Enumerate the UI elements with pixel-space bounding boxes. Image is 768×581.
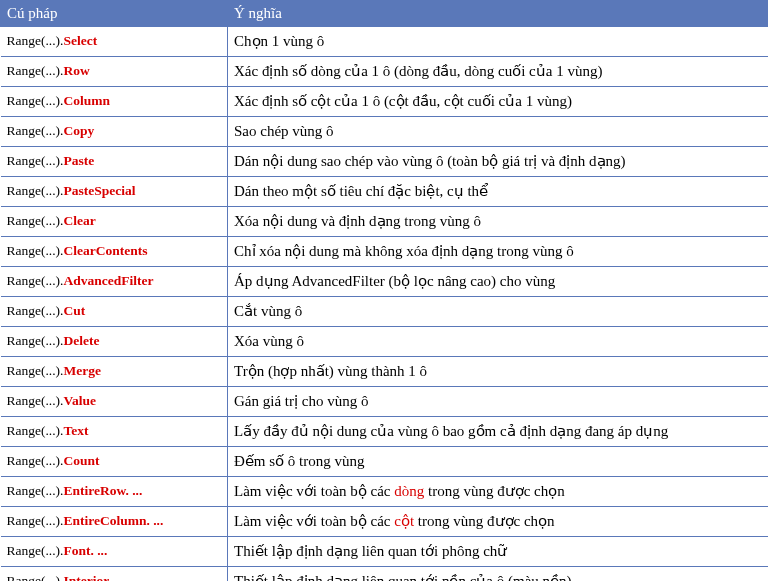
syntax-reference-table: Cú pháp Ý nghĩa Range(...).SelectChọn 1 … [0,0,768,581]
meaning-cell: Thiết lập định dạng liên quan tới nền củ… [228,567,769,582]
meaning-cell: Xác định số dòng của 1 ô (dòng đầu, dòng… [228,57,769,87]
syntax-prefix: Range(...). [7,63,64,78]
table-row: Range(...).ValueGán giá trị cho vùng ô [1,387,769,417]
meaning-text: Trộn (hợp nhất) vùng thành 1 ô [234,363,427,379]
table-row: Range(...).EntireRow. ...Làm việc với to… [1,477,769,507]
highlighted-word: dòng [394,483,424,499]
meaning-cell: Chọn 1 vùng ô [228,27,769,57]
syntax-prefix: Range(...). [7,33,64,48]
syntax-method: ClearContents [63,243,147,258]
meaning-cell: Cắt vùng ô [228,297,769,327]
meaning-text: Thiết lập định dạng liên quan tới nền củ… [234,573,572,581]
syntax-cell: Range(...).Column [1,87,228,117]
syntax-cell: Range(...).Paste [1,147,228,177]
syntax-cell: Range(...).Delete [1,327,228,357]
table-row: Range(...).TextLấy đầy đủ nội dung của v… [1,417,769,447]
table-row: Range(...).ClearXóa nội dung và định dạn… [1,207,769,237]
syntax-cell: Range(...).PasteSpecial [1,177,228,207]
syntax-method: Merge [63,363,100,378]
table-row: Range(...).RowXác định số dòng của 1 ô (… [1,57,769,87]
meaning-cell: Sao chép vùng ô [228,117,769,147]
header-syntax: Cú pháp [1,1,228,27]
meaning-cell: Thiết lập định dạng liên quan tới phông … [228,537,769,567]
syntax-cell: Range(...).Text [1,417,228,447]
meaning-cell: Gán giá trị cho vùng ô [228,387,769,417]
table-row: Range(...).DeleteXóa vùng ô [1,327,769,357]
table-row: Range(...).PasteSpecialDán theo một số t… [1,177,769,207]
table-row: Range(...).CutCắt vùng ô [1,297,769,327]
syntax-prefix: Range(...). [7,273,64,288]
meaning-text: Chỉ xóa nội dung mà không xóa định dạng … [234,243,574,259]
syntax-cell: Range(...).Font. ... [1,537,228,567]
table-row: Range(...).CopySao chép vùng ô [1,117,769,147]
syntax-method: PasteSpecial [63,183,135,198]
syntax-prefix: Range(...). [7,543,64,558]
table-row: Range(...).EntireColumn. ...Làm việc với… [1,507,769,537]
syntax-prefix: Range(...). [7,393,64,408]
syntax-cell: Range(...).Cut [1,297,228,327]
syntax-method: Delete [63,333,99,348]
meaning-text: Lấy đầy đủ nội dung của vùng ô bao gồm c… [234,423,668,439]
syntax-prefix: Range(...). [7,483,64,498]
table-header-row: Cú pháp Ý nghĩa [1,1,769,27]
syntax-method: EntireColumn. ... [63,513,163,528]
meaning-cell: Áp dụng AdvancedFilter (bộ lọc nâng cao)… [228,267,769,297]
meaning-cell: Đếm số ô trong vùng [228,447,769,477]
meaning-cell: Dán theo một số tiêu chí đặc biệt, cụ th… [228,177,769,207]
meaning-cell: Xóa vùng ô [228,327,769,357]
syntax-prefix: Range(...). [7,243,64,258]
meaning-text: Thiết lập định dạng liên quan tới phông … [234,543,507,559]
meaning-text: Làm việc với toàn bộ các [234,513,394,529]
meaning-text: Làm việc với toàn bộ các [234,483,394,499]
meaning-text: Gán giá trị cho vùng ô [234,393,368,409]
syntax-cell: Range(...).Count [1,447,228,477]
syntax-prefix: Range(...). [7,153,64,168]
meaning-cell: Làm việc với toàn bộ các cột trong vùng … [228,507,769,537]
meaning-cell: Dán nội dung sao chép vào vùng ô (toàn b… [228,147,769,177]
syntax-cell: Range(...).Clear [1,207,228,237]
meaning-text: Sao chép vùng ô [234,123,334,139]
syntax-prefix: Range(...). [7,213,64,228]
meaning-text: Xác định số dòng của 1 ô (dòng đầu, dòng… [234,63,602,79]
table-row: Range(...).CountĐếm số ô trong vùng [1,447,769,477]
syntax-prefix: Range(...). [7,453,64,468]
meaning-text: trong vùng được chọn [424,483,564,499]
syntax-prefix: Range(...). [7,123,64,138]
meaning-cell: Xóa nội dung và định dạng trong vùng ô [228,207,769,237]
syntax-method: Font. ... [63,543,107,558]
syntax-cell: Range(...).EntireColumn. ... [1,507,228,537]
meaning-cell: Làm việc với toàn bộ các dòng trong vùng… [228,477,769,507]
meaning-text: Dán nội dung sao chép vào vùng ô (toàn b… [234,153,626,169]
table-row: Range(...).MergeTrộn (hợp nhất) vùng thà… [1,357,769,387]
syntax-cell: Range(...).Merge [1,357,228,387]
syntax-cell: Range(...).Row [1,57,228,87]
table-row: Range(...).ClearContentsChỉ xóa nội dung… [1,237,769,267]
syntax-method: Count [63,453,99,468]
syntax-prefix: Range(...). [7,183,64,198]
table-row: Range(...).SelectChọn 1 vùng ô [1,27,769,57]
syntax-cell: Range(...).Interior. ... [1,567,228,582]
syntax-method: Paste [63,153,94,168]
meaning-cell: Lấy đầy đủ nội dung của vùng ô bao gồm c… [228,417,769,447]
syntax-prefix: Range(...). [7,513,64,528]
syntax-method: Text [63,423,88,438]
highlighted-word: cột [394,513,414,529]
syntax-prefix: Range(...). [7,423,64,438]
table-row: Range(...).PasteDán nội dung sao chép và… [1,147,769,177]
syntax-method: Clear [63,213,95,228]
syntax-method: Interior. ... [63,573,124,581]
table-row: Range(...).Font. ...Thiết lập định dạng … [1,537,769,567]
syntax-method: EntireRow. ... [63,483,142,498]
syntax-cell: Range(...).Select [1,27,228,57]
meaning-text: Đếm số ô trong vùng [234,453,365,469]
syntax-method: Copy [63,123,94,138]
table-row: Range(...).Interior. ...Thiết lập định d… [1,567,769,582]
syntax-cell: Range(...).Copy [1,117,228,147]
meaning-cell: Chỉ xóa nội dung mà không xóa định dạng … [228,237,769,267]
syntax-cell: Range(...).AdvancedFilter [1,267,228,297]
syntax-prefix: Range(...). [7,93,64,108]
syntax-prefix: Range(...). [7,573,64,581]
meaning-cell: Xác định số cột của 1 ô (cột đầu, cột cu… [228,87,769,117]
meaning-text: Dán theo một số tiêu chí đặc biệt, cụ th… [234,183,488,199]
meaning-text: Áp dụng AdvancedFilter (bộ lọc nâng cao)… [234,273,555,289]
